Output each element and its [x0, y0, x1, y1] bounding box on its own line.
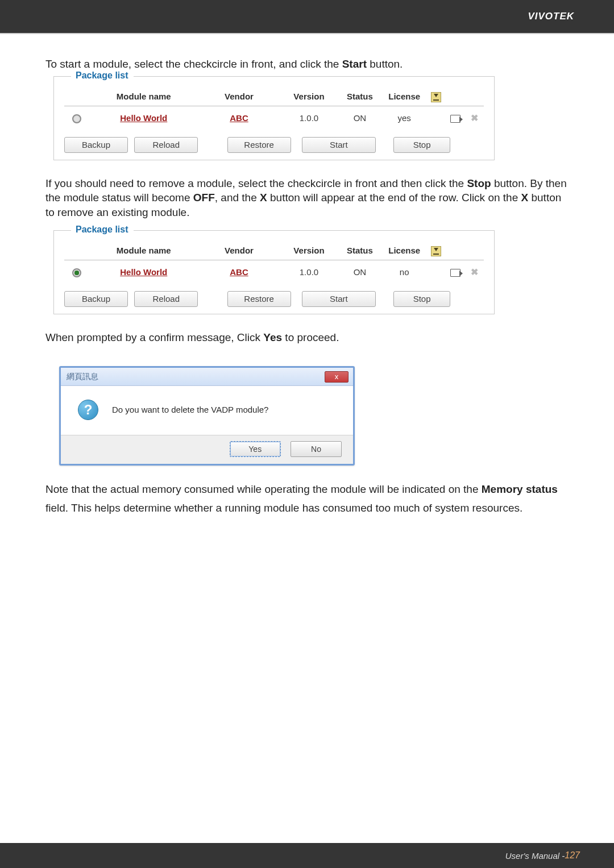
para1-bold-start: Start: [342, 58, 367, 70]
panel2-border-left: [54, 230, 71, 231]
restore-button[interactable]: Restore: [227, 291, 291, 307]
cell-module: Hello World: [90, 106, 198, 130]
panel2-border-right: [134, 230, 494, 231]
col-vendor: Vendor: [198, 88, 280, 106]
p2f: X: [260, 192, 267, 203]
cell-version: 1.0.0: [280, 106, 338, 130]
p2a: If you should need to remove a module, s…: [45, 177, 467, 189]
col-x: [464, 88, 484, 106]
p2h: X: [521, 192, 529, 203]
col2-version: Version: [280, 242, 338, 260]
dialog-footer: Yes No: [61, 435, 353, 464]
paragraph-memory: Note that the actual memory consumed whi…: [45, 480, 569, 517]
module-link-1[interactable]: Hello World: [120, 113, 167, 123]
paragraph-stop: If you should need to remove a module, s…: [45, 176, 569, 220]
col-tag: [446, 88, 465, 106]
cell2-version: 1.0.0: [280, 260, 338, 284]
col2-download: [426, 242, 446, 260]
cell-status: ON: [338, 106, 382, 130]
header-bar: VIVOTEK: [0, 0, 614, 34]
cell-download: [426, 106, 446, 130]
col-license: License: [382, 88, 426, 106]
button-row-1: Backup Reload Restore Start Stop: [64, 137, 484, 153]
content-area: To start a module, select the checkcircl…: [0, 34, 614, 517]
brand-text: VIVOTEK: [528, 11, 574, 22]
table-row: Hello World ABC 1.0.0 ON no ✖: [64, 260, 484, 284]
panel-legend-1: Package list: [72, 69, 132, 82]
cell2-tag: [446, 260, 465, 284]
start-button[interactable]: Start: [302, 137, 376, 153]
dialog-yes-button[interactable]: Yes: [230, 441, 281, 457]
p3b: Yes: [263, 331, 282, 343]
col2-license: License: [382, 242, 426, 260]
table-header-row: Module name Vendor Version Status Licens…: [64, 88, 484, 106]
col-radio: [64, 88, 90, 106]
vendor-link-1[interactable]: ABC: [230, 113, 248, 123]
col-version: Version: [280, 88, 338, 106]
cell2-status: ON: [338, 260, 382, 284]
table-row: Hello World ABC 1.0.0 ON yes ✖: [64, 106, 484, 130]
col2-x: [464, 242, 484, 260]
reload-button[interactable]: Reload: [134, 291, 198, 307]
p2d: OFF: [193, 192, 215, 203]
module-radio-1[interactable]: [72, 114, 81, 123]
cell-vendor: ABC: [198, 106, 280, 130]
remove-icon-disabled: ✖: [471, 266, 478, 279]
remove-icon-disabled: ✖: [471, 112, 478, 124]
dialog-body: ? Do you want to delete the VADP module?: [61, 386, 353, 435]
cell-tag: [446, 106, 465, 130]
stop-button[interactable]: Stop: [393, 291, 450, 307]
vendor-link-2[interactable]: ABC: [230, 267, 248, 277]
download-icon[interactable]: [431, 246, 441, 256]
p2e: , and the: [215, 192, 260, 203]
para1-post: button.: [367, 58, 403, 70]
col2-vendor: Vendor: [198, 242, 280, 260]
panel-border-left: [54, 76, 71, 77]
confirm-dialog: 網頁訊息 x ? Do you want to delete the VADP …: [59, 366, 355, 466]
cell-license: yes: [382, 106, 426, 130]
p4c: field. This helps determine whether a ru…: [45, 502, 522, 514]
cell2-download: [426, 260, 446, 284]
p3a: When prompted by a confirm message, Clic…: [45, 331, 263, 343]
footer-label: User's Manual -: [505, 851, 565, 861]
question-icon: ?: [78, 400, 98, 420]
para1-pre: To start a module, select the checkcircl…: [45, 58, 342, 70]
dialog-titlebar: 網頁訊息 x: [61, 368, 353, 386]
p3c: to proceed.: [282, 331, 339, 343]
radio-cell: [64, 106, 90, 130]
col2-module: Module name: [90, 242, 198, 260]
col-status: Status: [338, 88, 382, 106]
reload-button[interactable]: Reload: [134, 137, 198, 153]
module-link-2[interactable]: Hello World: [120, 267, 167, 277]
start-button[interactable]: Start: [302, 291, 376, 307]
package-panel-1: Package list Module name Vendor Version …: [53, 76, 495, 160]
module-radio-2[interactable]: [72, 268, 81, 277]
col-module: Module name: [90, 88, 198, 106]
tag-icon[interactable]: [450, 269, 460, 277]
panel-legend-2: Package list: [72, 223, 132, 236]
cell-x: ✖: [464, 106, 484, 130]
footer-page-number: 127: [565, 850, 580, 861]
col-download: [426, 88, 446, 106]
cell2-x: ✖: [464, 260, 484, 284]
cell2-vendor: ABC: [198, 260, 280, 284]
p2b: Stop: [467, 177, 491, 189]
package-table-2: Module name Vendor Version Status Licens…: [64, 242, 484, 284]
col2-status: Status: [338, 242, 382, 260]
p4b: Memory status: [482, 483, 558, 495]
package-panel-2: Package list Module name Vendor Version …: [53, 230, 495, 314]
paragraph-confirm: When prompted by a confirm message, Clic…: [45, 330, 569, 345]
cell2-license: no: [382, 260, 426, 284]
table-header-row-2: Module name Vendor Version Status Licens…: [64, 242, 484, 260]
cell2-module: Hello World: [90, 260, 198, 284]
stop-button[interactable]: Stop: [393, 137, 450, 153]
restore-button[interactable]: Restore: [227, 137, 291, 153]
download-icon[interactable]: [431, 92, 441, 102]
footer-bar: User's Manual - 127: [0, 843, 614, 868]
tag-icon[interactable]: [450, 115, 460, 123]
dialog-no-button[interactable]: No: [291, 441, 342, 457]
backup-button[interactable]: Backup: [64, 291, 128, 307]
dialog-close-button[interactable]: x: [325, 371, 349, 383]
backup-button[interactable]: Backup: [64, 137, 128, 153]
panel-border-right: [134, 76, 494, 77]
